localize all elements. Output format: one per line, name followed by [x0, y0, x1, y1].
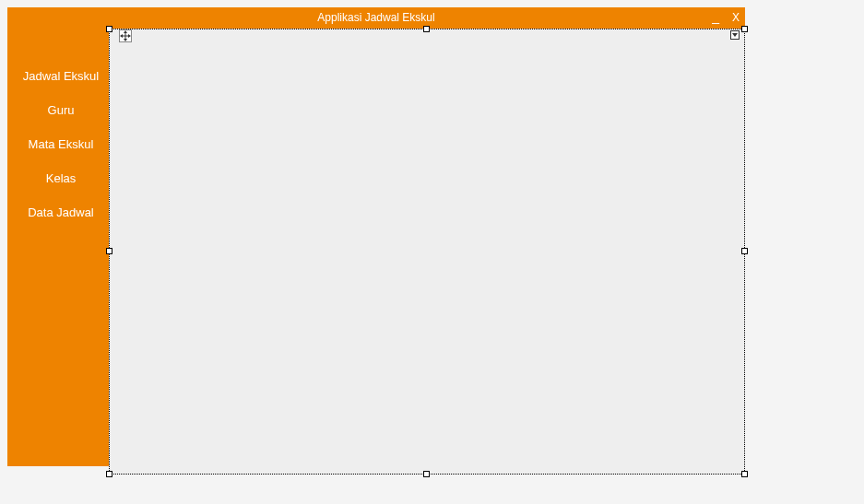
window-body: Jadwal Ekskul Guru Mata Ekskul Kelas Dat…	[7, 28, 745, 466]
sidebar-item-label: Guru	[48, 103, 75, 117]
minimize-button[interactable]: _	[712, 10, 719, 25]
sidebar-item-guru[interactable]: Guru	[7, 93, 114, 127]
main-window: Applikasi Jadwal Ekskul _ X Jadwal Eksku…	[7, 7, 745, 466]
resize-handle-se[interactable]	[741, 471, 748, 477]
resize-handle-s[interactable]	[423, 471, 430, 477]
content-area	[114, 28, 745, 466]
sidebar-item-jadwal-ekskul[interactable]: Jadwal Ekskul	[7, 59, 114, 93]
close-button[interactable]: X	[732, 12, 740, 23]
sidebar: Jadwal Ekskul Guru Mata Ekskul Kelas Dat…	[7, 28, 114, 466]
sidebar-item-kelas[interactable]: Kelas	[7, 161, 114, 195]
sidebar-item-label: Data Jadwal	[28, 205, 94, 219]
titlebar[interactable]: Applikasi Jadwal Ekskul _ X	[7, 7, 745, 28]
sidebar-item-label: Jadwal Ekskul	[23, 69, 99, 83]
sidebar-item-mata-ekskul[interactable]: Mata Ekskul	[7, 127, 114, 161]
sidebar-item-label: Mata Ekskul	[29, 137, 94, 151]
sidebar-item-label: Kelas	[46, 171, 77, 185]
sidebar-item-data-jadwal[interactable]: Data Jadwal	[7, 195, 114, 229]
resize-handle-sw[interactable]	[106, 471, 112, 477]
window-title: Applikasi Jadwal Ekskul	[317, 11, 434, 24]
titlebar-buttons: _ X	[712, 7, 740, 28]
